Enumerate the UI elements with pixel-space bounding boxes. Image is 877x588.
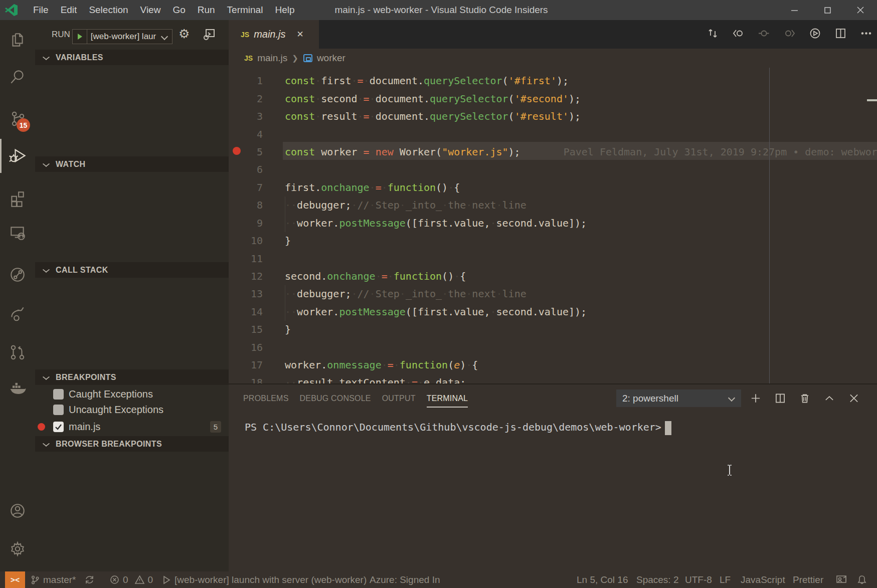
panel-tab-debug-console[interactable]: DEBUG CONSOLE	[300, 394, 371, 403]
menu-bar: FileEditSelectionViewGoRunTerminalHelp	[27, 0, 301, 20]
chevron-down-icon: ▼	[42, 441, 50, 447]
close-panel-icon[interactable]	[848, 393, 859, 404]
section-watch[interactable]: ▼WATCH	[35, 156, 229, 172]
menu-edit[interactable]: Edit	[55, 5, 83, 16]
launch-status-item[interactable]: [web-worker] launch with server (web-wor…	[161, 571, 367, 588]
breakpoint-dot[interactable]	[233, 147, 241, 155]
section-browser-breakpoints[interactable]: ▼BROWSER BREAKPOINTS	[35, 436, 229, 452]
breakpoint-checkbox[interactable]	[53, 422, 64, 432]
menu-view[interactable]: View	[134, 5, 167, 16]
section-breakpoints[interactable]: ▼BREAKPOINTS	[35, 369, 229, 385]
chevron-right-icon: ❯	[292, 54, 298, 63]
kill-terminal-icon[interactable]	[799, 393, 810, 404]
active-view-indicator	[0, 139, 2, 173]
remote-explorer-icon[interactable]	[0, 218, 35, 248]
indentation-item[interactable]: Spaces: 2	[636, 571, 679, 588]
run-profile-icon[interactable]	[809, 28, 821, 41]
code-line-8: 8··debugger;·//·Step·_into_·the·next·lin…	[229, 197, 877, 215]
compare-changes-icon[interactable]	[707, 28, 719, 41]
account-icon[interactable]	[0, 496, 35, 526]
panel-tab-terminal[interactable]: TERMINAL	[427, 394, 468, 403]
panel-tabs: PROBLEMSDEBUG CONSOLEOUTPUTTERMINAL	[243, 384, 468, 412]
code-line-2: 2const·second·=·document.querySelector('…	[229, 90, 877, 108]
remote-indicator[interactable]: ><	[5, 571, 25, 588]
menu-run[interactable]: Run	[192, 5, 221, 16]
panel-tab-output[interactable]: OUTPUT	[382, 394, 416, 403]
debug-gear-icon[interactable]: ⚙	[179, 27, 190, 42]
breadcrumb-symbol[interactable]: worker	[317, 53, 345, 64]
menu-file[interactable]: File	[27, 5, 55, 16]
code-line-13: 13··debugger;·//·Step·_into_·the·next·li…	[229, 285, 877, 303]
panel-tab-problems[interactable]: PROBLEMS	[243, 394, 289, 403]
eol-item[interactable]: LF	[720, 571, 731, 588]
more-actions-icon[interactable]	[860, 28, 872, 41]
github-pr-icon[interactable]	[0, 337, 35, 367]
search-icon[interactable]	[0, 62, 35, 92]
run-toolbar: RUN [web-worker] laur▾ ⚙	[35, 20, 229, 49]
scrollbar-thumb[interactable]	[867, 99, 877, 101]
notifications-bell-icon[interactable]	[856, 571, 867, 588]
window-controls	[778, 0, 877, 20]
symbol-icon	[303, 54, 312, 62]
terminal-output[interactable]: PS C:\Users\Connor\Documents\Github\vsco…	[245, 421, 661, 445]
menu-go[interactable]: Go	[166, 5, 191, 16]
debug-sidebar: RUN [web-worker] laur▾ ⚙ ▼VARIABLES ▼WAT…	[35, 20, 229, 571]
step-back-icon[interactable]	[733, 28, 744, 41]
split-terminal-icon[interactable]	[775, 393, 786, 404]
encoding-item[interactable]: UTF-8	[685, 571, 712, 588]
code-line-16: 16	[229, 339, 877, 357]
run-debug-icon[interactable]	[0, 141, 35, 171]
start-debug-button[interactable]	[73, 30, 87, 44]
debug-console-icon[interactable]	[203, 28, 216, 43]
menu-selection[interactable]: Selection	[83, 5, 134, 16]
minimize-button[interactable]	[778, 0, 811, 20]
vscode-insiders-logo	[5, 4, 18, 17]
terminal-select[interactable]: 2: powershell▾	[616, 389, 741, 407]
menu-terminal[interactable]: Terminal	[221, 5, 269, 16]
breakpoint-dot	[38, 423, 45, 431]
sync-icon[interactable]	[84, 571, 95, 588]
code-line-1: 1const·first·=·document.querySelector('#…	[229, 72, 877, 90]
cursor-position-item[interactable]: Ln 5, Col 16	[577, 571, 628, 588]
code-line-4: 4	[229, 126, 877, 144]
menu-help[interactable]: Help	[269, 5, 300, 16]
split-editor-icon[interactable]	[835, 28, 846, 41]
breakpoint-checkbox[interactable]	[53, 405, 64, 415]
problems-item[interactable]: 0 0	[109, 571, 153, 588]
tab-main-js[interactable]: JS main.js ✕	[229, 20, 319, 49]
breakpoint-row[interactable]: main.js5	[0, 419, 194, 435]
language-item[interactable]: JavaScript	[741, 571, 785, 588]
breadcrumb-file[interactable]: main.js	[257, 53, 287, 64]
breakpoint-checkbox[interactable]	[53, 389, 64, 400]
section-variables[interactable]: ▼VARIABLES	[35, 50, 229, 65]
breakpoint-row[interactable]: Caught Exceptions	[0, 386, 194, 402]
breakpoint-row[interactable]: Uncaught Exceptions	[0, 402, 194, 418]
code-editor[interactable]: 1const·first·=·document.querySelector('#…	[229, 68, 877, 383]
section-call-stack[interactable]: ▼CALL STACK	[35, 262, 229, 278]
mouse-cursor	[727, 464, 733, 475]
maximize-button[interactable]	[811, 0, 844, 20]
code-line-6: 6	[229, 161, 877, 179]
activity-bar: 15	[0, 20, 35, 571]
code-line-9: 9··worker.postMessage([first.value,·seco…	[229, 215, 877, 233]
source-control-icon[interactable]	[0, 104, 35, 134]
tab-close-icon[interactable]: ✕	[296, 29, 303, 40]
javascript-file-icon: JS	[244, 54, 253, 62]
new-terminal-icon[interactable]	[750, 393, 761, 404]
launch-config-select[interactable]: [web-worker] laur▾	[87, 30, 172, 44]
extensions-icon[interactable]	[0, 184, 35, 214]
code-line-7: 7first.onchange·=·function()·{	[229, 179, 877, 197]
settings-gear-icon[interactable]	[0, 534, 35, 564]
close-button[interactable]	[844, 0, 877, 20]
azure-status-item[interactable]: Azure: Signed In	[370, 571, 440, 588]
git-blame-annotation: Pavel Feldman, July 31st, 2019 9:27pm • …	[564, 146, 877, 158]
code-line-12: 12second.onchange·=·function()·{	[229, 268, 877, 286]
terminal-cursor	[665, 421, 671, 435]
git-branch-item[interactable]: master*	[30, 571, 76, 588]
profiler-icon[interactable]	[0, 260, 35, 290]
live-share-icon[interactable]	[0, 298, 35, 328]
maximize-panel-icon[interactable]	[824, 393, 835, 404]
feedback-icon[interactable]	[835, 571, 847, 588]
explorer-icon[interactable]	[0, 25, 35, 55]
formatter-item[interactable]: Prettier	[793, 571, 823, 588]
